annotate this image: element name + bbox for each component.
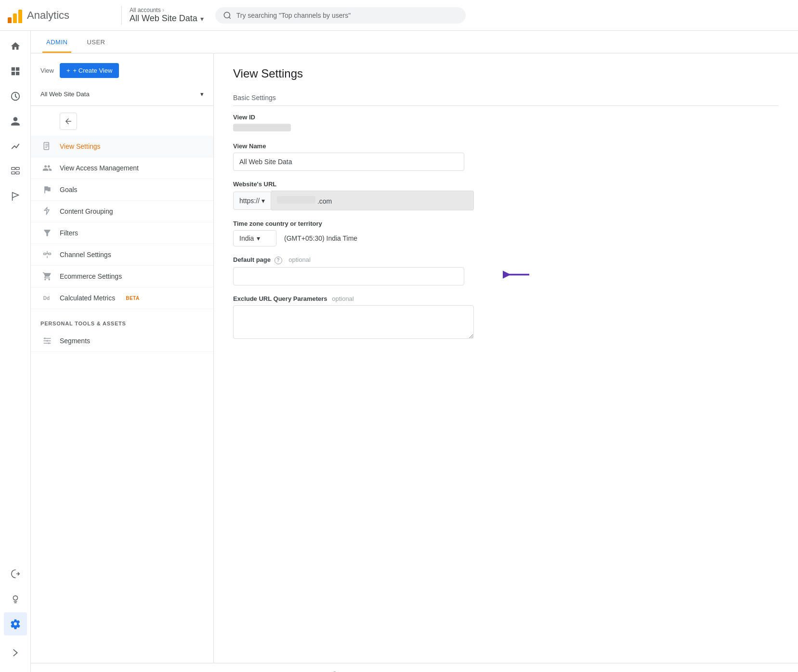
tabs-bar: ADMIN USER — [31, 31, 798, 53]
svg-rect-3 — [15, 168, 19, 170]
timezone-label: Time zone country or territory — [233, 220, 779, 227]
view-name-input[interactable] — [233, 153, 464, 171]
menu-item-channel-settings[interactable]: Channel Settings — [31, 244, 213, 266]
acquire-icon — [10, 141, 21, 152]
exclude-url-input[interactable] — [233, 305, 474, 339]
back-arrow-icon — [64, 117, 73, 126]
main-content: ADMIN USER View + + Create View All Web … — [31, 31, 798, 672]
timezone-value: (GMT+05:30) India Time — [284, 234, 357, 242]
personal-section-label: PERSONAL TOOLS & ASSETS — [31, 313, 213, 330]
account-selector[interactable]: All accounts › All Web Site Data ▾ — [130, 7, 204, 24]
right-panel: View Settings Basic Settings View ID Vie… — [214, 53, 798, 663]
view-header: View + + Create View — [31, 63, 213, 86]
sidebar-item-realtime[interactable] — [4, 85, 27, 108]
menu-item-ecommerce[interactable]: Ecommerce Settings — [31, 266, 213, 287]
menu-label-filters: Filters — [60, 229, 78, 237]
basic-settings-heading: Basic Settings — [233, 94, 779, 106]
create-view-button[interactable]: + + Create View — [60, 63, 119, 78]
sidebar-item-audience[interactable] — [4, 110, 27, 133]
menu-item-view-settings[interactable]: View Settings — [31, 136, 213, 157]
menu-item-content-grouping[interactable]: Content Grouping — [31, 201, 213, 222]
dropdown-arrow-icon: ▾ — [200, 15, 204, 23]
url-protocol-selector[interactable]: https:// ▾ — [233, 192, 271, 210]
layout: ADMIN USER View + + Create View All Web … — [0, 31, 798, 672]
exclude-url-optional: optional — [332, 295, 354, 302]
menu-label-calculated-metrics: Calculated Metrics — [60, 294, 115, 302]
home-icon — [10, 41, 21, 52]
help-icon[interactable]: ? — [275, 257, 282, 264]
tab-admin[interactable]: ADMIN — [42, 31, 71, 53]
search-icon — [223, 11, 232, 20]
sidebar-item-acquisition[interactable] — [4, 135, 27, 158]
svg-text:Dd: Dd — [43, 296, 50, 301]
header-divider — [121, 6, 122, 25]
goals-flag-icon — [40, 185, 54, 194]
account-name[interactable]: All Web Site Data ▾ — [130, 13, 204, 24]
doc-icon — [40, 142, 54, 151]
gear-icon — [10, 619, 21, 629]
timezone-row: India ▾ (GMT+05:30) India Time — [233, 230, 779, 246]
svg-rect-2 — [11, 168, 14, 170]
menu-item-filters[interactable]: Filters — [31, 222, 213, 244]
sidebar-item-search-console[interactable] — [4, 562, 27, 585]
panel-title: View Settings — [233, 67, 779, 80]
menu-label-view-access: View Access Management — [60, 164, 139, 172]
dd-icon: Dd — [40, 293, 54, 303]
svg-point-0 — [224, 12, 230, 18]
url-protocol-label: https:// — [239, 197, 260, 205]
logo-title: Analytics — [27, 9, 69, 22]
breadcrumb-arrow: › — [162, 7, 164, 13]
sidebar-item-home[interactable] — [4, 35, 27, 58]
view-id-field: View ID — [233, 114, 779, 133]
menu-label-channel-settings: Channel Settings — [60, 251, 111, 258]
sidebar-item-customization[interactable] — [4, 60, 27, 83]
default-page-input[interactable] — [233, 267, 464, 285]
menu-item-goals[interactable]: Goals — [31, 179, 213, 201]
chevron-right-icon — [10, 647, 21, 658]
purple-arrow-icon — [503, 268, 532, 284]
sidebar-item-admin[interactable] — [4, 612, 27, 635]
view-id-label: View ID — [233, 114, 779, 121]
bulb-icon — [10, 594, 21, 604]
behavior-icon — [10, 166, 21, 177]
exclude-url-label-row: Exclude URL Query Parameters optional — [233, 295, 779, 302]
default-page-label: Default page — [233, 256, 271, 263]
menu-item-view-access[interactable]: View Access Management — [31, 157, 213, 179]
people-icon — [40, 163, 54, 173]
grid-icon — [10, 66, 21, 77]
url-row: https:// ▾ .com — [233, 191, 474, 210]
menu-item-calculated-metrics[interactable]: Dd Calculated Metrics BETA — [31, 287, 213, 309]
menu-items: View Settings View Access Management — [31, 132, 213, 313]
sidebar-item-conversions[interactable] — [4, 185, 27, 208]
tab-user[interactable]: USER — [83, 31, 109, 53]
search-console-icon — [10, 569, 21, 579]
url-domain-blurred — [277, 196, 315, 204]
timezone-country-selector[interactable]: India ▾ — [233, 230, 276, 246]
clock-icon — [10, 91, 21, 102]
menu-label-goals: Goals — [60, 186, 78, 194]
default-page-label-row: Default page ? optional — [233, 256, 779, 264]
menu-item-segments[interactable]: Segments — [31, 330, 213, 352]
default-page-optional: optional — [288, 256, 311, 263]
search-bar[interactable]: Try searching "Top channels by users" — [215, 7, 466, 24]
segments-icon — [40, 336, 54, 346]
url-domain-input: .com — [271, 191, 474, 210]
default-page-field: Default page ? optional — [233, 256, 779, 285]
sidebar-bottom — [4, 562, 27, 639]
menu-label-view-settings: View Settings — [60, 142, 101, 150]
back-button[interactable] — [60, 113, 77, 130]
view-selector-dropdown[interactable]: All Web Site Data ▾ — [31, 86, 213, 106]
timezone-select-arrow-icon: ▾ — [257, 234, 260, 242]
sidebar-item-discover[interactable] — [4, 587, 27, 610]
filter-icon — [40, 228, 54, 238]
logo-area: Analytics — [8, 8, 114, 23]
logo-icon — [8, 8, 22, 23]
timezone-field: Time zone country or territory India ▾ (… — [233, 220, 779, 246]
sidebar-item-behavior[interactable] — [4, 160, 27, 183]
view-id-value — [233, 124, 291, 131]
sidebar-collapse-btn[interactable] — [4, 641, 27, 664]
account-all-label: All accounts › — [130, 7, 204, 13]
header: Analytics All accounts › All Web Site Da… — [0, 0, 798, 31]
view-selector-label: All Web Site Data — [40, 90, 90, 98]
svg-point-6 — [13, 596, 17, 600]
